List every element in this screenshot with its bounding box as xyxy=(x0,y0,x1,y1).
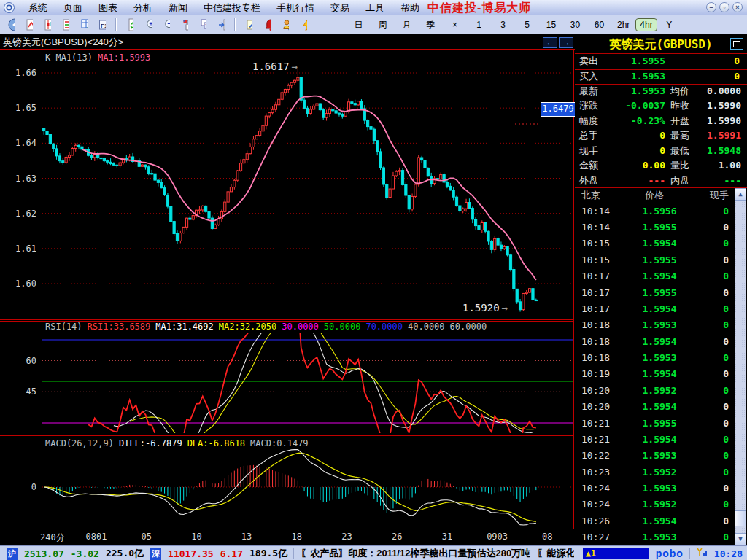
tick-row[interactable]: 10:241.59530 xyxy=(575,480,735,496)
candlestick-chart[interactable]: 1.661.651.641.631.621.611.6060450 xyxy=(0,49,576,529)
tick-scrollbar[interactable]: ▲ ▼ xyxy=(735,188,746,545)
scroll-down-button[interactable]: ▼ xyxy=(735,533,746,545)
menu-交易[interactable]: 交易 xyxy=(322,1,357,15)
tick-row[interactable]: 10:201.59520 xyxy=(575,382,735,398)
app-window: 系统页面图表分析新闻中信建投专栏手机行情交易工具帮助 中信建投-博易大师 – ▫… xyxy=(0,0,747,560)
period-button-日[interactable]: 日 xyxy=(347,18,371,33)
period-button-2hr[interactable]: 2hr xyxy=(611,18,635,31)
alert-badge[interactable]: ▲1 xyxy=(583,548,649,559)
goto-list-icon[interactable] xyxy=(213,18,229,33)
period-button-周[interactable]: 周 xyxy=(371,18,395,33)
drag-hand-icon[interactable] xyxy=(177,18,193,33)
quote-row: 总手0最高1.5991 xyxy=(575,128,747,143)
page-left-button[interactable]: ← xyxy=(543,37,557,48)
menu-新闻[interactable]: 新闻 xyxy=(160,1,196,15)
zoom-in-icon[interactable] xyxy=(140,18,156,33)
quote-label: 涨跌 xyxy=(579,98,598,113)
tick-row[interactable]: 10:201.59540 xyxy=(575,399,735,415)
alarm-icon[interactable] xyxy=(259,18,275,33)
period-button-30[interactable]: 30 xyxy=(563,18,587,31)
tick-row[interactable]: 10:211.59540 xyxy=(575,431,735,447)
tick-row[interactable]: 10:221.59530 xyxy=(575,448,735,464)
arrow-right-icon: → xyxy=(292,61,298,72)
shanghai-index: 2513.07 xyxy=(24,548,64,559)
menu-分析[interactable]: 分析 xyxy=(125,1,160,15)
period-button-×[interactable]: × xyxy=(443,18,467,31)
back-icon[interactable] xyxy=(3,18,19,33)
users-icon[interactable] xyxy=(277,18,293,33)
shenzhen-volume: 189.5亿 xyxy=(249,547,287,560)
close-button[interactable]: × xyxy=(732,2,743,12)
indicator-value: DIFF:-6.7879 xyxy=(119,438,182,448)
period-button-15[interactable]: 15 xyxy=(539,18,563,31)
tick-cell: 1.5953 xyxy=(627,319,692,330)
period-button-月[interactable]: 月 xyxy=(395,18,419,33)
refresh-icon[interactable] xyxy=(122,18,138,33)
scroll-up-button[interactable]: ▲ xyxy=(735,188,746,201)
tick-row[interactable]: 10:211.59550 xyxy=(575,415,735,431)
tick-row[interactable]: 10:141.59550 xyxy=(575,219,735,235)
draw-icon[interactable] xyxy=(241,18,257,33)
tick-row[interactable]: 10:171.59540 xyxy=(575,268,735,284)
period-button-3[interactable]: 3 xyxy=(491,18,515,31)
news-ticker-1[interactable]: 〖农产品〗印度：2011/12榨季糖出口量预估达280万吨 xyxy=(301,547,530,560)
tick-row[interactable]: 10:241.59520 xyxy=(575,497,735,513)
tick-row[interactable]: 10:181.59530 xyxy=(575,349,735,365)
restore-button[interactable]: ▫ xyxy=(719,2,729,12)
table-globe-icon[interactable] xyxy=(76,18,92,33)
quote-label: 买入 xyxy=(579,69,598,84)
menu-系统[interactable]: 系统 xyxy=(20,1,55,15)
period-buttons: 日周月季×1351530602hr4hrY xyxy=(347,18,681,33)
period-button-Y[interactable]: Y xyxy=(657,18,681,31)
page-right-button[interactable]: → xyxy=(559,37,573,48)
tick-row[interactable]: 10:151.59550 xyxy=(575,252,735,268)
candlestick-icon[interactable] xyxy=(39,18,55,33)
rsi-header: RSI(14)RSI1:33.6589MA1:31.4692MA2:32.205… xyxy=(45,322,492,332)
svg-text:0: 0 xyxy=(31,482,36,492)
menu-图表[interactable]: 图表 xyxy=(90,1,125,15)
menu-中信建投专栏[interactable]: 中信建投专栏 xyxy=(196,1,268,15)
chart-title: 英镑美元(GBPUSD)<240分> xyxy=(3,36,123,49)
tick-row[interactable]: 10:271.59530 xyxy=(575,529,735,545)
tick-row[interactable]: 10:231.59520 xyxy=(575,464,735,480)
tick-row[interactable]: 10:261.59540 xyxy=(575,513,735,529)
quote-label: 金额 xyxy=(579,158,598,173)
tick-row[interactable]: 10:181.59530 xyxy=(575,317,735,333)
tick-cell: 0 xyxy=(692,254,735,265)
menu-页面[interactable]: 页面 xyxy=(55,1,90,15)
news-ticker-2[interactable]: 〖能源化工〗BP寻求增 xyxy=(537,547,574,560)
tick-row[interactable]: 10:141.59560 xyxy=(575,203,735,219)
tick-cell: 10:17 xyxy=(575,271,627,281)
tick-cell: 0 xyxy=(692,532,735,542)
lightning-icon[interactable] xyxy=(295,18,311,33)
zoom-out-icon[interactable] xyxy=(158,18,174,33)
f10-icon[interactable]: F10 xyxy=(94,18,110,33)
period-button-季[interactable]: 季 xyxy=(419,18,443,33)
menu-手机行情[interactable]: 手机行情 xyxy=(268,1,322,15)
tick-cell: 1.5954 xyxy=(627,303,692,314)
app-icon[interactable] xyxy=(4,2,15,13)
menu-工具[interactable]: 工具 xyxy=(357,1,392,15)
tick-row[interactable]: 10:171.59540 xyxy=(575,300,735,316)
tick-row[interactable]: 10:191.59540 xyxy=(575,366,735,382)
window-jump-icon[interactable] xyxy=(195,18,211,33)
tick-row[interactable]: 10:151.59540 xyxy=(575,236,735,252)
period-button-1[interactable]: 1 xyxy=(467,18,491,31)
panel-layout-button[interactable] xyxy=(730,38,743,50)
quote-list-icon[interactable] xyxy=(58,18,74,33)
tick-cell: 10:23 xyxy=(575,467,627,478)
tick-cell: 1.5956 xyxy=(627,206,692,217)
minimize-button[interactable]: – xyxy=(706,2,716,12)
period-button-60[interactable]: 60 xyxy=(587,18,611,31)
period-button-4hr[interactable]: 4hr xyxy=(635,18,657,31)
line-chart-icon[interactable] xyxy=(21,18,37,33)
tick-list[interactable]: 10:141.5956010:141.5955010:151.5954010:1… xyxy=(575,203,735,545)
tick-row[interactable]: 10:171.59550 xyxy=(575,284,735,300)
period-button-5[interactable]: 5 xyxy=(515,18,539,31)
tick-cell: 10:21 xyxy=(575,418,627,429)
tick-row[interactable]: 10:181.59540 xyxy=(575,333,735,349)
quote-row: 外盘---内盘--- xyxy=(575,174,747,187)
quote-extra: 0 xyxy=(692,69,740,84)
menu-帮助[interactable]: 帮助 xyxy=(392,1,427,15)
scrollbar-thumb[interactable] xyxy=(735,510,746,526)
